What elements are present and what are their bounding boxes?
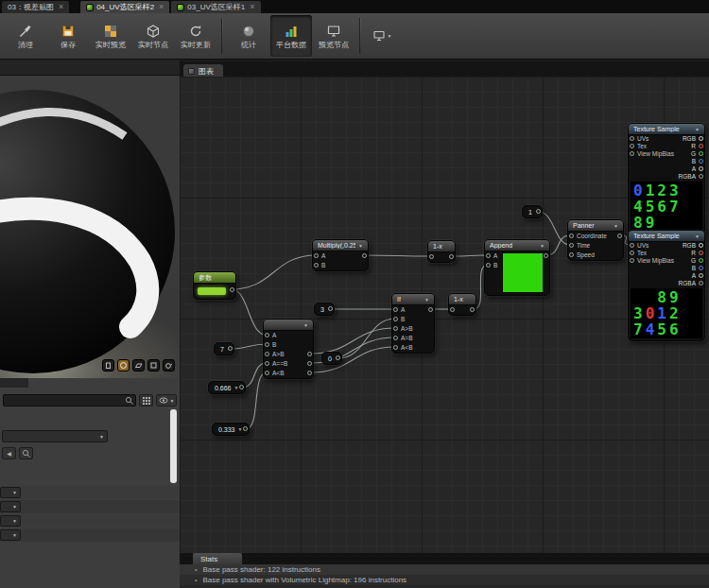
output-pin-G[interactable] xyxy=(699,258,703,263)
output-pin-main[interactable] xyxy=(307,371,312,375)
output-pin-RGBA[interactable] xyxy=(699,281,703,285)
node-const-1[interactable]: 1▼ xyxy=(522,205,543,218)
node-append[interactable]: Append▼AB xyxy=(484,239,550,296)
output-pin[interactable] xyxy=(239,385,244,389)
output-pin-R[interactable] xyxy=(699,144,703,148)
output-pin-main[interactable] xyxy=(544,253,548,258)
live-nodes-button[interactable]: 实时节点 xyxy=(132,15,174,57)
output-pin-B[interactable] xyxy=(699,159,703,164)
value-dropdown[interactable]: ▼ xyxy=(0,515,21,527)
node-if-fn[interactable]: ▼ABA>BA==BA<B xyxy=(263,319,314,379)
live-preview-button[interactable]: 实时预览 xyxy=(90,15,131,57)
output-pin-main[interactable] xyxy=(428,307,433,312)
list-view-button[interactable] xyxy=(139,394,153,406)
tab-stats[interactable]: Stats xyxy=(193,553,242,564)
close-icon[interactable]: × xyxy=(250,3,254,11)
stats-button[interactable]: 统计 xyxy=(228,15,269,57)
output-pin-main[interactable] xyxy=(470,307,475,312)
node-one-minus-a[interactable]: 1-x xyxy=(427,240,456,263)
save-button[interactable]: 保存 xyxy=(47,15,89,57)
platform-stats-button[interactable]: 平台数据 xyxy=(270,15,312,57)
input-pin-A[interactable] xyxy=(486,253,491,258)
input-pin-A>B[interactable] xyxy=(265,352,269,356)
tab-uv-sample-2[interactable]: 04_UV选区采样2 × xyxy=(80,1,169,13)
node-const-0333[interactable]: 0.333▼ xyxy=(212,423,250,436)
value-dropdown[interactable]: ▼ xyxy=(0,501,21,512)
clean-button[interactable]: 清理 xyxy=(5,15,46,57)
node-header[interactable]: 1-x xyxy=(428,241,455,252)
output-pin[interactable] xyxy=(336,355,340,360)
node-header[interactable]: If▼ xyxy=(392,294,434,305)
input-pin-A[interactable] xyxy=(393,307,398,312)
input-pin-A>B[interactable] xyxy=(393,326,398,331)
back-button[interactable]: ◀ xyxy=(2,447,16,459)
output-pin-main[interactable] xyxy=(307,352,312,356)
output-pin-RGB[interactable] xyxy=(699,136,703,141)
node-const-0[interactable]: 0▼ xyxy=(321,352,342,365)
preview-shape-cube-button[interactable] xyxy=(147,359,160,372)
node-if[interactable]: If▼ABA>BA=BA<B xyxy=(391,293,435,354)
output-pin-B[interactable] xyxy=(699,266,703,270)
input-pin-Time[interactable] xyxy=(569,243,574,248)
node-one-minus-b[interactable]: 1-x xyxy=(448,293,476,316)
input-pin-A==B[interactable] xyxy=(265,361,269,366)
output-pin-main[interactable] xyxy=(617,233,622,238)
output-pin-G[interactable] xyxy=(699,151,703,156)
input-pin-A[interactable] xyxy=(265,333,269,337)
input-pin-A<B[interactable] xyxy=(265,371,269,375)
preview-shape-mesh-button[interactable] xyxy=(163,359,175,372)
tab-uv-sample-1[interactable]: 03_UV选区采样1 × xyxy=(171,1,260,13)
output-pin[interactable] xyxy=(328,306,333,311)
node-header[interactable]: 1-x xyxy=(449,294,476,305)
input-pin-B[interactable] xyxy=(486,263,491,268)
property-dropdown[interactable]: ▼ xyxy=(2,430,108,442)
input-pin-A=B[interactable] xyxy=(393,336,398,340)
node-texture-sample-1[interactable]: Texture Sample▼UVsRGBTexRView MipBiasGBA… xyxy=(628,123,705,234)
input-pin-B[interactable] xyxy=(393,317,398,321)
input-pin-Speed[interactable] xyxy=(569,252,574,257)
output-pin-RGB[interactable] xyxy=(699,243,703,248)
input-pin-UVs[interactable] xyxy=(630,243,634,248)
input-pin-Coordinate[interactable] xyxy=(569,233,574,238)
live-update-button[interactable]: 实时更新 xyxy=(175,15,216,57)
input-pin-main[interactable] xyxy=(429,254,434,259)
node-header[interactable]: Append▼ xyxy=(485,240,549,251)
input-pin-main[interactable] xyxy=(450,307,455,312)
close-icon[interactable]: × xyxy=(59,3,63,11)
preview-shape-plane-button[interactable] xyxy=(132,359,145,372)
node-multiply[interactable]: Multiply(,0.25)▼AB xyxy=(312,239,369,271)
close-icon[interactable]: × xyxy=(159,3,164,11)
input-pin-UVs[interactable] xyxy=(630,136,634,141)
output-pin-R[interactable] xyxy=(699,251,703,255)
input-pin-B[interactable] xyxy=(314,263,319,268)
material-preview-viewport[interactable] xyxy=(0,76,180,378)
node-texture-sample-2[interactable]: Texture Sample▼UVsRGBTexRView MipBiasGBA… xyxy=(628,230,705,341)
node-header[interactable]: Panner▼ xyxy=(568,220,623,232)
node-header[interactable]: Multiply(,0.25)▼ xyxy=(313,240,368,251)
node-header[interactable]: 参数 xyxy=(194,272,235,284)
search-filter-button[interactable] xyxy=(19,447,33,459)
input-pin-A[interactable] xyxy=(314,253,319,258)
value-dropdown[interactable]: ▼ xyxy=(0,529,21,541)
search-input[interactable] xyxy=(3,394,136,406)
node-header[interactable]: Texture Sample▼ xyxy=(629,124,704,135)
preview-shape-cylinder-button[interactable] xyxy=(102,359,114,372)
output-pin-main[interactable] xyxy=(307,361,312,366)
value-dropdown[interactable]: ▼ xyxy=(0,487,21,498)
output-pin-RGBA[interactable] xyxy=(699,174,703,179)
output-pin-main[interactable] xyxy=(362,253,367,258)
node-header[interactable]: Texture Sample▼ xyxy=(629,231,704,242)
node-const-3[interactable]: 3▼ xyxy=(314,303,335,316)
input-pin-View MipBias[interactable] xyxy=(630,258,634,263)
tab-parallax-map[interactable]: 03：视差贴图 × xyxy=(2,1,69,13)
output-pin-A[interactable] xyxy=(699,166,703,171)
input-pin-A<B[interactable] xyxy=(393,345,398,350)
output-pin-A[interactable] xyxy=(699,273,703,278)
input-pin-View MipBias[interactable] xyxy=(630,151,634,156)
preview-node-button[interactable]: 预览节点 xyxy=(313,15,354,57)
node-const-0666[interactable]: 0.666▼ xyxy=(208,381,246,394)
output-pin[interactable] xyxy=(230,287,234,292)
output-pin-main[interactable] xyxy=(449,254,454,259)
preview-shape-sphere-button[interactable] xyxy=(117,359,130,372)
input-pin-Tex[interactable] xyxy=(630,144,634,148)
